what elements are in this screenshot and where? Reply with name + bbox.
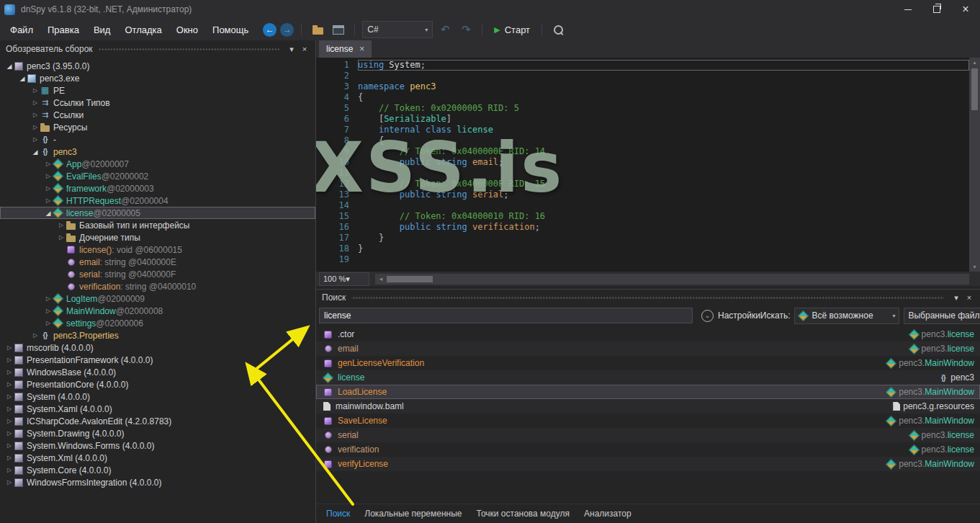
- restore-button[interactable]: [922, 0, 951, 19]
- expander-icon[interactable]: ▷: [4, 465, 14, 475]
- tree-item[interactable]: ▷{}penc3.Properties: [0, 329, 315, 341]
- tree-item[interactable]: ▷settings @02000006: [0, 317, 315, 329]
- code-editor[interactable]: 1using System;23namespace penc34{5 // To…: [316, 58, 969, 274]
- drag-grip[interactable]: [351, 296, 944, 300]
- editor-vertical-scrollbar[interactable]: ▴ ▾: [969, 58, 980, 272]
- search-scope-combobox[interactable]: Всё возможное ▾: [794, 308, 899, 324]
- expander-icon[interactable]: ▷: [4, 355, 14, 365]
- search-result-row[interactable]: LoadLicensepenc3.MainWindow: [316, 385, 980, 399]
- tree-item[interactable]: ▷Дочерние типы: [0, 231, 315, 243]
- tree-item[interactable]: ▷System.Drawing (4.0.0.0): [0, 427, 315, 439]
- expander-icon[interactable]: ▷: [4, 380, 14, 390]
- tree-item[interactable]: ▷{}-: [0, 133, 315, 146]
- menu-item-2[interactable]: Вид: [86, 21, 118, 38]
- redo-button[interactable]: ↷: [457, 22, 475, 37]
- undo-button[interactable]: ↶: [436, 22, 454, 37]
- tab-license[interactable]: license ×: [319, 40, 372, 58]
- search-result-row[interactable]: .ctorpenc3.license: [316, 327, 980, 341]
- expander-icon[interactable]: ▷: [4, 478, 14, 488]
- close-button[interactable]: ×: [951, 0, 980, 19]
- tree-item[interactable]: ▷WindowsFormsIntegration (4.0.0.0): [0, 476, 315, 488]
- tree-item[interactable]: ▷System (4.0.0.0): [0, 390, 315, 403]
- tree-item[interactable]: ◢penc3 (3.95.0.0): [0, 60, 315, 72]
- drag-grip[interactable]: [99, 48, 279, 51]
- tree-item[interactable]: verification : string @04000010: [0, 280, 315, 292]
- scroll-down-icon[interactable]: ▾: [973, 262, 976, 272]
- tree-item[interactable]: ▷framework @02000003: [0, 182, 315, 195]
- search-toolbar-button[interactable]: [549, 22, 567, 37]
- search-result-row[interactable]: verifyLicensepenc3.MainWindow: [316, 457, 980, 471]
- tree-item[interactable]: ◢{}penc3: [0, 146, 315, 158]
- bottom-tab-3[interactable]: Анализатор: [577, 509, 639, 519]
- bottom-tab-0[interactable]: Поиск: [319, 509, 357, 519]
- bottom-tab-2[interactable]: Точки останова модуля: [469, 509, 577, 519]
- tree-item[interactable]: ▷PresentationFramework (4.0.0.0): [0, 354, 315, 366]
- tree-item[interactable]: ▷Базовый тип и интерфейсы: [0, 219, 315, 231]
- menu-item-5[interactable]: Помощь: [205, 21, 256, 38]
- tree-item[interactable]: ◢penc3.exe: [0, 72, 315, 84]
- scroll-left-icon[interactable]: ◂: [377, 275, 385, 282]
- menu-item-3[interactable]: Отладка: [117, 21, 168, 38]
- expander-icon[interactable]: ▷: [56, 233, 66, 243]
- tree-item[interactable]: ▷EvalFiles @02000002: [0, 170, 315, 182]
- close-search-panel-icon[interactable]: ×: [963, 291, 976, 304]
- expander-icon[interactable]: ▷: [4, 429, 14, 439]
- tree-item[interactable]: ▷System.Core (4.0.0.0): [0, 464, 315, 476]
- tree-item[interactable]: ▷mscorlib (4.0.0.0): [0, 341, 315, 354]
- tree-item[interactable]: email : string @0400000E: [0, 256, 315, 268]
- expander-icon[interactable]: ◢: [17, 73, 27, 84]
- expander-icon[interactable]: ▷: [30, 98, 40, 108]
- tree-item[interactable]: ▷⇉Ссылки Типов: [0, 97, 315, 109]
- bottom-tab-1[interactable]: Локальные переменные: [357, 509, 469, 519]
- tree-item[interactable]: ▷LogItem @02000009: [0, 292, 315, 305]
- tree-item[interactable]: ▷System.Windows.Forms (4.0.0.0): [0, 439, 315, 452]
- minimize-button[interactable]: [894, 0, 922, 19]
- close-panel-icon[interactable]: ×: [298, 43, 311, 55]
- tree-item[interactable]: ▷System.Xml (4.0.0.0): [0, 452, 315, 464]
- expander-icon[interactable]: ◢: [30, 147, 40, 157]
- menu-item-1[interactable]: Правка: [40, 21, 86, 38]
- expander-icon[interactable]: ▷: [4, 416, 14, 426]
- scroll-up-icon[interactable]: ▴: [973, 58, 976, 67]
- navigate-forward-button[interactable]: →: [280, 23, 294, 37]
- search-input[interactable]: [319, 308, 693, 323]
- search-files-combobox[interactable]: Выбранные файлы: [904, 308, 980, 324]
- tree-item[interactable]: ▷WindowsBase (4.0.0.0): [0, 366, 315, 378]
- tree-item[interactable]: ▷PresentationCore (4.0.0.0): [0, 378, 315, 390]
- expander-icon[interactable]: ▷: [4, 343, 14, 353]
- chevron-down-icon[interactable]: ▾: [285, 43, 298, 55]
- expander-icon[interactable]: ▷: [4, 441, 14, 451]
- expander-icon[interactable]: ▷: [30, 86, 40, 96]
- scrollbar-thumb[interactable]: [971, 68, 978, 110]
- tree-item[interactable]: ▷System.Xaml (4.0.0.0): [0, 403, 315, 415]
- tab-close-icon[interactable]: ×: [359, 44, 364, 54]
- tree-item[interactable]: ▷Ресурсы: [0, 121, 315, 133]
- start-debugging-button[interactable]: ▶ Старт: [490, 24, 534, 35]
- search-result-row[interactable]: genLicenseVerificationpenc3.MainWindow: [316, 356, 980, 370]
- open-file-button[interactable]: [309, 22, 326, 37]
- search-result-row[interactable]: emailpenc3.license: [316, 341, 980, 356]
- search-result-row[interactable]: verificationpenc3.license: [316, 442, 980, 457]
- expander-icon[interactable]: ▷: [30, 122, 40, 133]
- expander-icon[interactable]: ◢: [4, 61, 14, 71]
- zoom-combobox[interactable]: 100 % ▾: [319, 272, 369, 286]
- expander-icon[interactable]: ▷: [56, 220, 66, 231]
- tree-item[interactable]: ▷ICSharpCode.AvalonEdit (4.2.0.8783): [0, 415, 315, 427]
- search-result-row[interactable]: serialpenc3.license: [316, 428, 980, 442]
- expander-icon[interactable]: ▷: [4, 453, 14, 463]
- tree-item[interactable]: serial : string @0400000F: [0, 268, 315, 280]
- menu-item-4[interactable]: Окно: [169, 21, 205, 38]
- search-result-row[interactable]: mainwindow.bamlpenc3.g.resources: [316, 399, 980, 414]
- tree-item[interactable]: license() : void @06000015: [0, 243, 315, 256]
- tree-item[interactable]: ▷App @02000007: [0, 158, 315, 170]
- search-settings-button[interactable]: ⌄ Настройки: [701, 310, 760, 322]
- scrollbar-thumb[interactable]: [387, 276, 433, 282]
- expander-icon[interactable]: ▷: [4, 392, 14, 402]
- expander-icon[interactable]: ▷: [4, 367, 14, 377]
- expander-icon[interactable]: ▷: [30, 135, 40, 145]
- tree-item[interactable]: ◢license @02000005: [0, 207, 315, 219]
- tree-item[interactable]: ▷HTTPRequest @02000004: [0, 195, 315, 207]
- search-result-row[interactable]: SaveLicensepenc3.MainWindow: [316, 414, 980, 428]
- expander-icon[interactable]: ▷: [4, 404, 14, 414]
- editor-horizontal-scrollbar[interactable]: ◂ ▸: [375, 274, 969, 285]
